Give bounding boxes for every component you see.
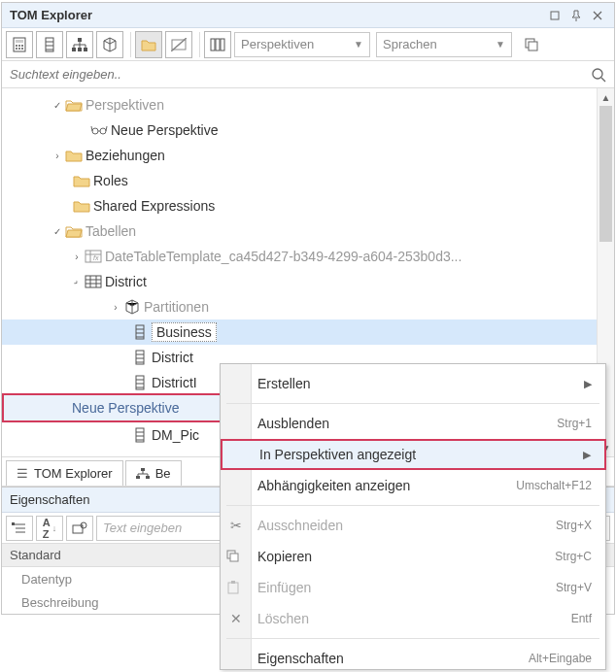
property-label: Beschreibung <box>21 595 99 610</box>
scroll-thumb[interactable] <box>599 106 612 242</box>
submenu-arrow-icon: ▶ <box>583 449 591 461</box>
svg-rect-14 <box>72 48 76 51</box>
tree-node-new-perspective[interactable]: Neue Perspektive <box>2 118 597 143</box>
glasses-icon <box>89 124 109 136</box>
toolbar-btn-hidden[interactable] <box>165 31 192 58</box>
ctx-shortcut: Alt+Eingabe <box>529 652 592 665</box>
node-label: Shared Expressions <box>93 198 215 214</box>
ctx-label: Kopieren <box>257 549 555 564</box>
toolbar-btn-cube[interactable] <box>96 31 123 58</box>
node-label: DateTableTemplate_ca45d427-b349-4299-a60… <box>105 249 462 264</box>
folder-icon <box>72 174 91 187</box>
tab-label: TOM Explorer <box>34 466 113 481</box>
context-menu: Erstellen ▶ Ausblenden Strg+1 In Perspek… <box>220 363 606 670</box>
node-label: Roles <box>93 173 128 188</box>
toolbar-btn-columns-view[interactable] <box>204 31 231 58</box>
perspectives-combo[interactable]: Perspektiven▼ <box>234 32 370 57</box>
ctx-shortcut: Strg+1 <box>557 417 592 430</box>
props-btn-expression[interactable]: i <box>66 516 93 541</box>
title-bar: TOM Explorer <box>2 3 614 28</box>
window-options-icon[interactable] <box>544 6 565 25</box>
svg-point-27 <box>100 128 106 134</box>
ctx-label: Erstellen <box>257 376 576 391</box>
ctx-shortcut: Strg+C <box>555 550 592 563</box>
combo-label: Perspektiven <box>241 37 314 51</box>
ctx-copy[interactable]: Kopieren Strg+C <box>252 541 605 572</box>
ctx-label: Ausschneiden <box>257 518 556 533</box>
paste-icon <box>226 581 246 594</box>
toolbar-btn-column[interactable] <box>36 31 63 58</box>
svg-rect-21 <box>221 39 224 50</box>
toolbar-btn-copy[interactable] <box>518 31 545 58</box>
svg-rect-20 <box>216 39 220 50</box>
svg-rect-19 <box>211 39 215 50</box>
column-icon <box>130 375 150 390</box>
svg-point-4 <box>18 45 20 47</box>
tab-be[interactable]: Be <box>125 460 182 486</box>
svg-point-8 <box>21 48 23 50</box>
expander-expanded-icon[interactable]: ✓ <box>51 226 64 237</box>
tree-node-partitions[interactable]: › Partitionen <box>2 294 597 319</box>
svg-rect-32 <box>86 276 101 287</box>
ctx-paste: Einfügen Strg+V <box>252 572 605 603</box>
tree-node-business[interactable]: Business <box>2 319 597 345</box>
tree-icon: ☰ <box>17 466 28 481</box>
expander-collapsed-icon[interactable]: › <box>70 252 84 262</box>
search-bar <box>2 61 614 88</box>
tree-node-datetable[interactable]: › fx DateTableTemplate_ca45d427-b349-429… <box>2 244 597 269</box>
search-icon[interactable] <box>591 67 606 83</box>
ctx-label: Abhängigkeiten anzeigen <box>257 478 516 493</box>
table-fx-icon: fx <box>84 250 103 263</box>
close-icon[interactable] <box>587 6 608 25</box>
svg-rect-23 <box>529 42 537 50</box>
ctx-properties[interactable]: Eigenschaften Alt+Eingabe <box>252 643 605 672</box>
ctx-create[interactable]: Erstellen ▶ <box>252 368 605 399</box>
languages-combo[interactable]: Sprachen▼ <box>376 32 512 57</box>
submenu-arrow-icon: ▶ <box>584 378 592 390</box>
filter-placeholder: Text eingeben <box>103 521 182 535</box>
search-input[interactable] <box>10 67 591 82</box>
tree-node-tables[interactable]: ✓ Tabellen <box>2 218 597 244</box>
pin-icon[interactable] <box>565 6 587 25</box>
svg-point-6 <box>16 48 17 50</box>
node-label: DistrictI <box>152 375 197 390</box>
svg-point-5 <box>21 45 23 47</box>
tree-node-district[interactable]: › District <box>2 269 597 294</box>
ctx-label: In Perspektiven angezeigt <box>259 447 575 462</box>
toolbar: Perspektiven▼ Sprachen▼ <box>2 28 614 61</box>
svg-rect-68 <box>228 583 238 593</box>
node-label: District <box>105 274 147 289</box>
table-icon <box>84 275 103 288</box>
svg-point-26 <box>92 128 98 134</box>
expander-collapsed-icon[interactable]: › <box>51 151 64 161</box>
svg-rect-13 <box>78 38 82 42</box>
folder-open-icon <box>64 98 84 112</box>
flyout-label: Neue Perspektive <box>72 400 180 416</box>
tree-node-relations[interactable]: › Beziehungen <box>2 143 597 168</box>
ctx-dependencies[interactable]: Abhängigkeiten anzeigen Umschalt+F12 <box>252 470 605 501</box>
svg-rect-15 <box>78 48 82 51</box>
delete-icon: ✕ <box>226 611 246 626</box>
svg-point-7 <box>18 48 20 50</box>
toolbar-btn-folder[interactable] <box>135 31 162 58</box>
tree-node-perspectives[interactable]: ✓ Perspektiven <box>2 92 597 118</box>
svg-rect-55 <box>146 476 150 479</box>
props-btn-categorized[interactable] <box>6 516 33 541</box>
toolbar-btn-hierarchy[interactable] <box>66 31 93 58</box>
tab-tom-explorer[interactable]: ☰TOM Explorer <box>6 460 123 486</box>
ctx-delete: ✕ Löschen Entf <box>252 603 605 634</box>
panel-title: TOM Explorer <box>10 8 544 22</box>
ctx-hide[interactable]: Ausblenden Strg+1 <box>252 408 605 439</box>
ctx-in-perspectives[interactable]: In Perspektiven angezeigt ▶ <box>221 439 606 470</box>
expander-collapsed-icon[interactable]: › <box>109 302 122 313</box>
expander-expanded-icon[interactable]: ✓ <box>51 100 64 111</box>
props-btn-alphabetical[interactable]: AZ↓ <box>36 516 63 541</box>
column-icon <box>130 350 150 365</box>
tree-node-roles[interactable]: Roles <box>2 168 597 193</box>
scroll-up-icon[interactable]: ▲ <box>598 88 614 106</box>
tree-node-shared[interactable]: Shared Expressions <box>2 193 597 218</box>
node-label: Business <box>152 322 217 342</box>
toolbar-btn-calculator[interactable] <box>6 31 33 58</box>
ctx-shortcut: Strg+V <box>556 581 592 594</box>
svg-rect-53 <box>141 468 145 471</box>
